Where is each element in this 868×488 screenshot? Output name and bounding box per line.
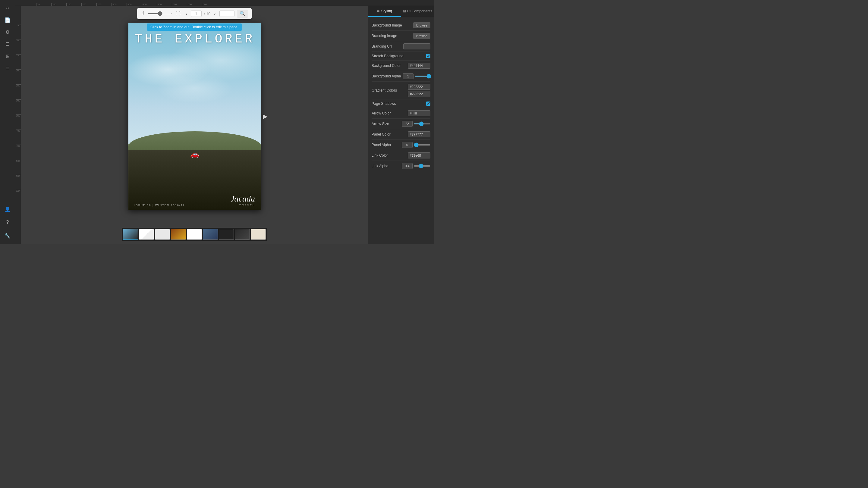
thumbnail-3[interactable]	[155, 229, 170, 240]
page-wrapper[interactable]: 🚗 THE EXPLORER ISSUE 06 | WINTER 2016/17…	[128, 23, 261, 210]
thumbnail-strip	[122, 228, 267, 241]
prop-background-alpha: Background Alpha	[372, 71, 430, 82]
arrow-color-input[interactable]	[408, 110, 430, 116]
next-page-arrow[interactable]: ▶	[260, 109, 270, 124]
thumbnail-2[interactable]	[139, 229, 154, 240]
ruler-v-tick: 450	[16, 144, 21, 160]
ruler-tick: 250	[96, 3, 112, 6]
ruler-tick: 500	[172, 3, 187, 6]
prop-panel-color: Panel Color	[372, 129, 430, 140]
left-sidebar: ⌂ 📄 ⚙ ☰ ⊞ ≡ 👤 ? 🔧	[0, 0, 15, 244]
main-canvas[interactable]: ⤴ ⛶ ‹ / 10 › 🔍 Click to Zoom in and out.…	[21, 6, 368, 244]
thumbnail-5[interactable]	[187, 229, 202, 240]
panel-body: Background Image Browse Branding Image B…	[368, 17, 434, 174]
ui-components-label: UI Components	[407, 9, 432, 13]
tab-ui-components[interactable]: ⊞ UI Components	[401, 6, 434, 17]
right-panel: ✏ Styling ⊞ UI Components Background Ima…	[368, 6, 434, 244]
ruler-tick: 50	[36, 3, 51, 6]
stretch-background-checkbox[interactable]	[426, 54, 430, 58]
thumbnail-8[interactable]	[235, 229, 250, 240]
thumbnail-6[interactable]	[203, 229, 218, 240]
ruler-v-tick: 500	[16, 160, 21, 175]
panel-color-label: Panel Color	[372, 132, 391, 136]
branding-url-input[interactable]	[403, 43, 430, 50]
help-icon[interactable]: ?	[2, 217, 13, 228]
arrow-color-label: Arrow Color	[372, 111, 391, 116]
ui-components-icon: ⊞	[403, 9, 406, 13]
search-button[interactable]: 🔍	[237, 10, 248, 18]
tab-styling[interactable]: ✏ Styling	[368, 6, 401, 17]
background-image-label: Background Image	[372, 23, 402, 27]
grid-icon[interactable]: ⊞	[2, 51, 13, 61]
arrow-size-slider[interactable]	[414, 123, 430, 124]
ruler-v-tick: 200	[16, 69, 21, 84]
prop-branding-url: Branding Url	[372, 41, 430, 52]
ruler-v-tick: 600	[16, 190, 21, 205]
ruler-v-tick: 400	[16, 130, 21, 144]
magazine-title: THE EXPLORER	[135, 32, 255, 46]
background-image-browse[interactable]: Browse	[413, 22, 430, 28]
car-icon: 🚗	[190, 150, 199, 158]
menu-icon[interactable]: ☰	[2, 38, 13, 50]
background-alpha-number[interactable]	[403, 73, 413, 79]
arrow-size-number[interactable]	[402, 121, 412, 127]
ruler-tick: 550	[187, 3, 202, 6]
prop-stretch-background: Stretch Background	[372, 52, 430, 61]
panel-color-input[interactable]	[408, 131, 430, 137]
stretch-background-label: Stretch Background	[372, 54, 403, 58]
panel-alpha-number[interactable]	[402, 142, 412, 148]
prop-arrow-color: Arrow Color	[372, 108, 430, 119]
panel-alpha-slider[interactable]	[414, 144, 430, 145]
branding-url-label: Branding Url	[372, 44, 392, 48]
ruler-tick: 100	[51, 3, 66, 6]
page-content[interactable]: 🚗 THE EXPLORER ISSUE 06 | WINTER 2016/17…	[128, 23, 261, 210]
background-alpha-slider[interactable]	[415, 76, 431, 77]
prop-panel-alpha: Panel Alpha	[372, 140, 430, 150]
ruler-tick: 350	[127, 3, 142, 6]
link-color-input[interactable]	[408, 153, 430, 158]
prop-link-alpha: Link Alpha	[372, 161, 430, 171]
search-field[interactable]	[219, 10, 235, 17]
thumbnail-9[interactable]	[251, 229, 266, 240]
prev-page-button[interactable]: ‹	[184, 10, 188, 17]
page-shadows-label: Page Shadows	[372, 101, 396, 106]
ruler-tick: 200	[82, 3, 96, 6]
link-alpha-slider[interactable]	[414, 165, 430, 167]
prop-branding-image: Branding Image Browse	[372, 31, 430, 41]
ruler-v-tick: 550	[16, 175, 21, 190]
link-color-label: Link Color	[372, 153, 388, 158]
brand-name: Jacada	[230, 194, 255, 204]
thumbnail-4[interactable]	[171, 229, 186, 240]
branding-image-browse[interactable]: Browse	[413, 33, 430, 39]
gradient-color-1-input[interactable]	[408, 84, 430, 90]
fullscreen-button[interactable]: ⛶	[175, 10, 182, 17]
ruler-v-tick: 100	[16, 39, 21, 54]
gradient-color-stack	[408, 84, 430, 97]
panel-tabs: ✏ Styling ⊞ UI Components	[368, 6, 434, 17]
thumbnail-7[interactable]	[219, 229, 234, 240]
styling-label: Styling	[381, 9, 392, 13]
thumbnail-1[interactable]	[123, 229, 138, 240]
person-icon[interactable]: 👤	[2, 204, 13, 215]
layers-icon[interactable]: ≡	[2, 63, 13, 73]
background-color-input[interactable]	[408, 63, 430, 69]
tools-icon[interactable]: 🔧	[2, 230, 13, 241]
background-alpha-label: Background Alpha	[372, 74, 401, 78]
page-shadows-checkbox[interactable]	[426, 101, 430, 106]
settings-icon[interactable]: ⚙	[2, 27, 13, 37]
prop-gradient-colors: Gradient Colors	[372, 82, 430, 99]
next-page-button[interactable]: ›	[213, 10, 217, 17]
magazine-footer: ISSUE 06 | WINTER 2016/17 Jacada TRAVEL	[128, 194, 261, 207]
styling-icon: ✏	[377, 9, 380, 13]
home-icon[interactable]: ⌂	[2, 2, 13, 13]
book-icon[interactable]: 📄	[2, 14, 13, 25]
link-alpha-number[interactable]	[402, 163, 412, 169]
gradient-color-2-input[interactable]	[408, 91, 430, 97]
top-toolbar: ⤴ ⛶ ‹ / 10 › 🔍	[21, 6, 368, 21]
zoom-slider[interactable]	[148, 13, 172, 14]
share-button[interactable]: ⤴	[141, 10, 146, 17]
ruler-v-tick: 350	[16, 115, 21, 130]
ruler-v-tick: 300	[16, 99, 21, 115]
page-number-input[interactable]	[191, 10, 202, 17]
brand-sub: TRAVEL	[230, 204, 255, 207]
